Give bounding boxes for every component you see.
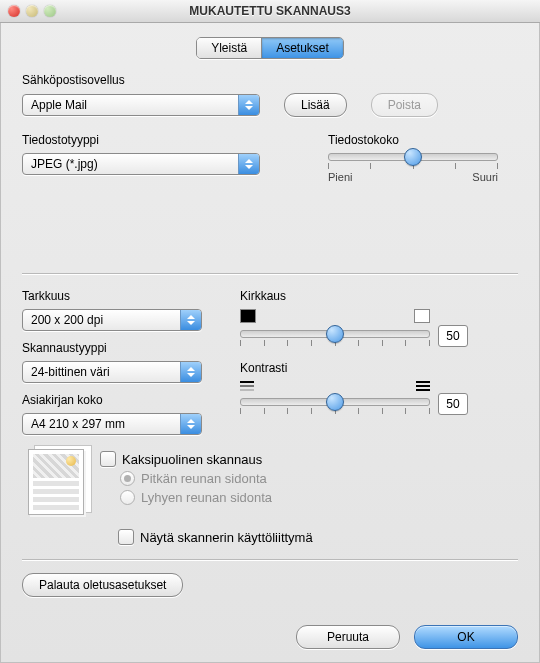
tab-general[interactable]: Yleistä bbox=[197, 38, 262, 58]
scantype-label: Skannaustyyppi bbox=[22, 341, 222, 355]
cancel-button[interactable]: Peruuta bbox=[296, 625, 400, 649]
duplex-label: Kaksipuolinen skannaus bbox=[122, 452, 262, 467]
brightness-slider[interactable] bbox=[240, 326, 430, 346]
scantype-select[interactable]: 24-bittinen väri bbox=[22, 361, 202, 383]
contrast-value[interactable]: 50 bbox=[438, 393, 468, 415]
filetype-value: JPEG (*.jpg) bbox=[23, 157, 238, 171]
email-app-value: Apple Mail bbox=[23, 98, 238, 112]
filetype-label: Tiedostotyyppi bbox=[22, 133, 304, 147]
tab-settings[interactable]: Asetukset bbox=[262, 38, 343, 58]
short-edge-radio bbox=[120, 490, 135, 505]
resolution-value: 200 x 200 dpi bbox=[23, 313, 180, 327]
tab-segmented: Yleistä Asetukset bbox=[196, 37, 344, 59]
minimize-icon[interactable] bbox=[26, 5, 38, 17]
chevron-updown-icon bbox=[180, 362, 201, 382]
long-edge-radio bbox=[120, 471, 135, 486]
filesize-slider[interactable]: Pieni Suuri bbox=[328, 153, 498, 183]
contrast-label: Kontrasti bbox=[240, 361, 518, 375]
filesize-label: Tiedostokoko bbox=[328, 133, 518, 147]
contrast-gradient-icon bbox=[240, 381, 430, 391]
docsize-value: A4 210 x 297 mm bbox=[23, 417, 180, 431]
zoom-icon[interactable] bbox=[44, 5, 56, 17]
add-button[interactable]: Lisää bbox=[284, 93, 347, 117]
show-scanner-ui-label: Näytä skannerin käyttöliittymä bbox=[140, 530, 313, 545]
filetype-select[interactable]: JPEG (*.jpg) bbox=[22, 153, 260, 175]
filesize-max-label: Suuri bbox=[472, 171, 498, 183]
email-app-select[interactable]: Apple Mail bbox=[22, 94, 260, 116]
resolution-select[interactable]: 200 x 200 dpi bbox=[22, 309, 202, 331]
tab-bar: Yleistä Asetukset bbox=[0, 37, 540, 59]
chevron-updown-icon bbox=[238, 95, 259, 115]
brightness-gradient-icon bbox=[240, 309, 430, 323]
duplex-preview-icon bbox=[28, 449, 84, 515]
scantype-value: 24-bittinen väri bbox=[23, 365, 180, 379]
resolution-label: Tarkkuus bbox=[22, 289, 222, 303]
restore-defaults-button[interactable]: Palauta oletusasetukset bbox=[22, 573, 183, 597]
brightness-value[interactable]: 50 bbox=[438, 325, 468, 347]
chevron-updown-icon bbox=[238, 154, 259, 174]
titlebar: MUKAUTETTU SKANNAUS3 bbox=[0, 0, 540, 23]
chevron-updown-icon bbox=[180, 310, 201, 330]
dialog-footer: Peruuta OK bbox=[0, 625, 540, 649]
long-edge-label: Pitkän reunan sidonta bbox=[141, 471, 267, 486]
brightness-label: Kirkkaus bbox=[240, 289, 518, 303]
contrast-slider[interactable] bbox=[240, 394, 430, 414]
email-app-label: Sähköpostisovellus bbox=[22, 73, 518, 87]
docsize-label: Asiakirjan koko bbox=[22, 393, 222, 407]
chevron-updown-icon bbox=[180, 414, 201, 434]
close-icon[interactable] bbox=[8, 5, 20, 17]
ok-button[interactable]: OK bbox=[414, 625, 518, 649]
short-edge-label: Lyhyen reunan sidonta bbox=[141, 490, 272, 505]
remove-button: Poista bbox=[371, 93, 438, 117]
duplex-checkbox[interactable] bbox=[100, 451, 116, 467]
window-controls bbox=[8, 5, 56, 17]
scan-settings-window: MUKAUTETTU SKANNAUS3 Yleistä Asetukset S… bbox=[0, 0, 540, 663]
docsize-select[interactable]: A4 210 x 297 mm bbox=[22, 413, 202, 435]
show-scanner-ui-checkbox[interactable] bbox=[118, 529, 134, 545]
filesize-min-label: Pieni bbox=[328, 171, 352, 183]
window-title: MUKAUTETTU SKANNAUS3 bbox=[0, 4, 540, 18]
